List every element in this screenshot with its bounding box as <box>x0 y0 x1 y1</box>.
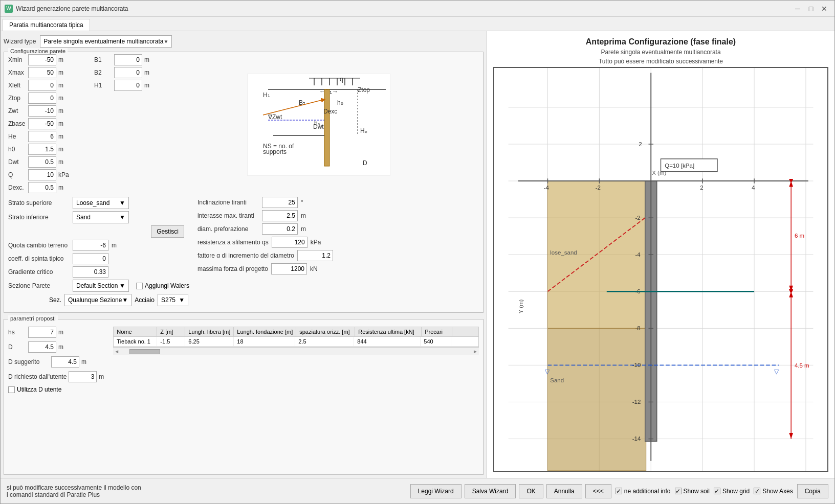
b2-input[interactable] <box>114 67 142 78</box>
utilizza-label: Utilizza D utente <box>17 386 61 393</box>
wizard-type-dropdown[interactable]: Parete singola eventualmente multiancora… <box>40 35 172 48</box>
dwt-input[interactable] <box>28 156 56 168</box>
additional-info-checkbox[interactable]: ✓ <box>616 488 622 494</box>
svg-rect-14 <box>324 89 329 166</box>
diam-input[interactable] <box>262 223 298 235</box>
field-xmax: Xmax m <box>8 67 90 78</box>
chevron-down-icon: ▼ <box>164 39 169 44</box>
walers-row: Aggiungi Walers <box>136 282 189 289</box>
inclinazione-row: Inclinazione tiranti ° <box>197 197 351 208</box>
b1-input[interactable] <box>114 54 142 65</box>
svg-text:∇Zwt: ∇Zwt <box>268 113 282 121</box>
params-list: hs m D m D suggerito m <box>8 327 109 393</box>
svg-text:Hₑ: Hₑ <box>360 127 367 134</box>
scrollbar-thumb[interactable] <box>129 349 160 354</box>
additional-info-row: ✓ ne additional info <box>616 488 671 495</box>
gestisci-button[interactable]: Gestisci <box>151 225 184 238</box>
coeff-input[interactable] <box>73 253 108 264</box>
svg-text:-8: -8 <box>635 325 641 331</box>
annulla-button[interactable]: Annulla <box>546 484 582 498</box>
acciaio-dropdown[interactable]: S275 ▼ <box>158 294 188 306</box>
ok-button[interactable]: OK <box>519 484 543 498</box>
checkboxes-row: ✓ ne additional info ✓ Show soil ✓ Show … <box>616 484 828 498</box>
preview-title: Anteprima Configurazione (fase finale) <box>493 37 828 47</box>
params-values: hs m D m D suggerito m <box>8 322 479 393</box>
col-lungh-libera: Lungh. libera [m] <box>185 327 234 336</box>
app-icon: W <box>5 5 13 13</box>
hs-row: hs m <box>8 327 109 338</box>
d-input[interactable] <box>28 341 56 353</box>
interasse-input[interactable] <box>262 210 298 221</box>
leggi-wizard-button[interactable]: Leggi Wizard <box>410 484 462 498</box>
diam-row: diam. preforazione m <box>197 223 351 235</box>
svg-text:Dexc: Dexc <box>323 108 337 115</box>
fattore-input[interactable] <box>297 250 333 261</box>
d-row: D m <box>8 341 109 353</box>
show-axes-checkbox[interactable]: ✓ <box>754 488 760 494</box>
he-input[interactable] <box>28 131 56 142</box>
quota-input[interactable] <box>73 240 108 251</box>
sezione-dropdown[interactable]: Default Section ▼ <box>73 280 129 292</box>
d-richiesto-input[interactable] <box>69 371 97 382</box>
maximize-button[interactable]: □ <box>805 4 817 14</box>
ztop-input[interactable] <box>28 93 56 104</box>
quota-row: Quota cambio terreno m <box>8 240 189 251</box>
acciaio-label: Acciaio <box>135 296 155 304</box>
resistenza-input[interactable] <box>272 237 307 248</box>
field-dwt: Dwt m <box>8 156 90 168</box>
back-button[interactable]: <<< <box>585 484 611 498</box>
svg-text:-14: -14 <box>632 436 641 442</box>
strato-superiore-dropdown[interactable]: Loose_sand ▼ <box>73 197 129 209</box>
copia-button[interactable]: Copia <box>797 484 828 498</box>
show-grid-checkbox[interactable]: ✓ <box>714 488 720 494</box>
chevron-down-icon: ▼ <box>119 282 125 289</box>
strato-inferiore-dropdown[interactable]: Sand ▼ <box>73 211 129 223</box>
h0-input[interactable] <box>28 144 56 155</box>
field-ztop: Ztop m <box>8 93 90 104</box>
d-suggerito-input[interactable] <box>51 356 79 368</box>
utilizza-checkbox[interactable] <box>8 386 15 393</box>
col-z: Z [m] <box>157 327 185 336</box>
additional-info-label: ne additional info <box>624 488 671 495</box>
xleft-input[interactable] <box>28 80 56 91</box>
close-button[interactable]: ✕ <box>818 4 830 14</box>
q-input[interactable] <box>28 169 56 180</box>
bottom-text: si può modificare successivamente il mod… <box>7 484 406 498</box>
tab-paratia[interactable]: Paratia multiancorata tipica <box>3 19 90 31</box>
zwt-input[interactable] <box>28 105 56 117</box>
zbase-input[interactable] <box>28 118 56 129</box>
svg-line-24 <box>263 100 323 115</box>
svg-text:6 m: 6 m <box>795 233 804 239</box>
d-richiesto-row: D richiesto dall'utente m <box>8 371 109 382</box>
table-row[interactable]: Tieback no. 1 -1.5 6.25 18 2.5 844 540 <box>114 337 478 347</box>
minimize-button[interactable]: ─ <box>792 4 804 14</box>
sez-label: Sez. <box>49 296 61 304</box>
d-suggerito-row: D suggerito m <box>8 356 109 368</box>
show-soil-checkbox[interactable]: ✓ <box>675 488 682 494</box>
window-title: Wizard generazione parete multiancorata <box>16 5 792 12</box>
hs-input[interactable] <box>28 327 56 338</box>
walers-checkbox[interactable] <box>136 283 143 289</box>
massima-row: massima forza di progetto kN <box>197 263 351 274</box>
sez-dropdown[interactable]: Qualunque Sezione ▼ <box>64 294 131 306</box>
strato-superiore-label: Strato superiore <box>8 199 70 207</box>
xmin-input[interactable] <box>28 54 56 65</box>
xmax-input[interactable] <box>28 67 56 78</box>
svg-text:lose_sand: lose_sand <box>550 249 577 256</box>
h1-input[interactable] <box>114 80 142 91</box>
main-content: Wizard type Parete singola eventualmente… <box>1 31 834 478</box>
gradiente-input[interactable] <box>73 266 108 278</box>
massima-input[interactable] <box>271 263 307 274</box>
svg-text:-12: -12 <box>632 399 641 405</box>
horizontal-scrollbar[interactable]: ◄ ► <box>113 347 479 355</box>
svg-text:Y (m): Y (m) <box>518 299 524 313</box>
salva-wizard-button[interactable]: Salva Wizard <box>465 484 516 498</box>
svg-text:q: q <box>340 76 343 83</box>
svg-text:-4: -4 <box>544 185 550 191</box>
col-resist: Resistenza ultima [kN] <box>355 327 422 336</box>
cell-ll: 6.25 <box>185 337 234 346</box>
bottom-buttons: Leggi Wizard Salva Wizard OK Annulla <<< <box>410 484 611 498</box>
inclinazione-input[interactable] <box>262 197 298 208</box>
dexc-input[interactable] <box>28 182 56 193</box>
left-fields: Xmin m Xmax m Xleft m <box>8 54 90 195</box>
